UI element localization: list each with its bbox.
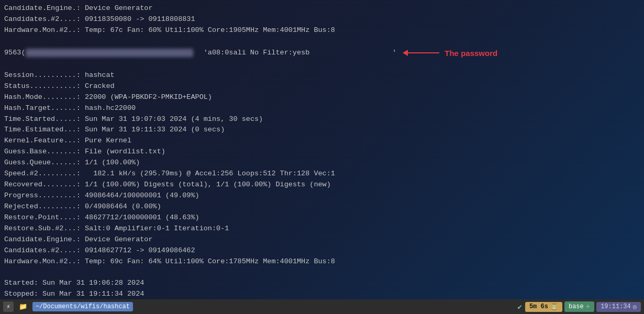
password-annotation: The password (403, 47, 497, 59)
path-indicator[interactable]: ~/Documents/wifis/hashcat (32, 302, 133, 311)
line-empty-1 (4, 36, 640, 47)
line-candidate-engine-2: Candidate.Engine.: Device Generator (4, 234, 640, 245)
clock-icon: ◎ (633, 303, 637, 311)
line-hardware-1: Hardware.Mon.#2..: Temp: 67c Fan: 60% Ut… (4, 25, 640, 36)
line-candidate-engine-1: Candidate.Engine.: Device Generator (4, 3, 640, 14)
clock-time: 19:11:34 (601, 303, 631, 310)
line-restoresub: Restore.Sub.#2...: Salt:0 Amplifier:0-1 … (4, 223, 640, 234)
password-prefix: 9563( (4, 48, 26, 59)
line-empty-2 (4, 59, 640, 70)
line-session: Session..........: hashcat (4, 70, 640, 81)
time-elapsed-badge: 5m 6s ⏳ (525, 302, 562, 312)
line-timestarted: Time.Started.....: Sun Mar 31 19:07:03 2… (4, 114, 640, 125)
folder-icon: 📁 (19, 302, 27, 311)
line-empty-3 (4, 267, 640, 278)
password-hidden (26, 49, 193, 57)
line-hashmode: Hash.Mode........: 22000 (WPA-PBKDF2-PMK… (4, 92, 640, 103)
terminal-window: Candidate.Engine.: Device Generator Cand… (0, 0, 644, 314)
time-elapsed-label: 5m 6s (529, 303, 548, 310)
check-icon: ✔ (517, 302, 521, 311)
line-restorepoint: Restore.Point....: 48627712/100000001 (4… (4, 212, 640, 223)
password-suffix: 'a08:0sali No Filter:yesb (195, 48, 310, 59)
clock-badge: 19:11:34 ◎ (596, 302, 641, 312)
hourglass-icon: ⏳ (550, 303, 558, 311)
arrow-head-icon (403, 50, 408, 56)
statusbar: ⚡ 📁 ~/Documents/wifis/hashcat ✔ 5m 6s ⏳ … (0, 299, 644, 314)
folder-icon-item: 📁 (16, 301, 30, 312)
line-candidates-3: Candidates.#2....: 09148627712 -> 091490… (4, 245, 640, 256)
line-timeestimated: Time.Estimated...: Sun Mar 31 19:11:33 2… (4, 125, 640, 136)
line-recovered: Recovered........: 1/1 (100.00%) Digests… (4, 180, 640, 190)
password-line: 9563( 'a08:0sali No Filter:yesb ' The pa… (4, 47, 640, 59)
line-started: Started: Sun Mar 31 19:06:28 2024 (4, 278, 640, 289)
env-badge: base + (564, 301, 594, 312)
plus-icon: + (586, 302, 590, 311)
line-kernel: Kernel.Feature...: Pure Kernel (4, 136, 640, 147)
line-guessbase: Guess.Base.......: File (wordlist.txt) (4, 147, 640, 158)
line-candidates-2: Candidates.#2....: 09118350080 -> 091188… (4, 14, 640, 25)
line-speed: Speed.#2.........: 182.1 kH/s (295.79ms)… (4, 169, 640, 180)
terminal-indicator: ⚡ (3, 301, 14, 312)
env-label: base (569, 303, 584, 310)
line-rejected: Rejected.........: 0/49086464 (0.00%) (4, 201, 640, 212)
line-hashtarget: Hash.Target......: hash.hc22000 (4, 103, 640, 114)
terminal-output: Candidate.Engine.: Device Generator Cand… (0, 0, 644, 299)
line-guessqueue: Guess.Queue......: 1/1 (100.00%) (4, 158, 640, 169)
line-stopped: Stopped: Sun Mar 31 19:11:34 2024 (4, 289, 640, 299)
line-progress: Progress.........: 49086464/100000001 (4… (4, 190, 640, 201)
line-hardware-2: Hardware.Mon.#2..: Temp: 69c Fan: 64% Ut… (4, 256, 640, 267)
arrow-line (408, 52, 439, 53)
password-end: ' (312, 48, 396, 59)
terminal-icon: ⚡ (6, 302, 10, 311)
path-label: ~/Documents/wifis/hashcat (36, 303, 130, 310)
annotation-label: The password (445, 47, 497, 59)
line-status: Status...........: Cracked (4, 81, 640, 92)
